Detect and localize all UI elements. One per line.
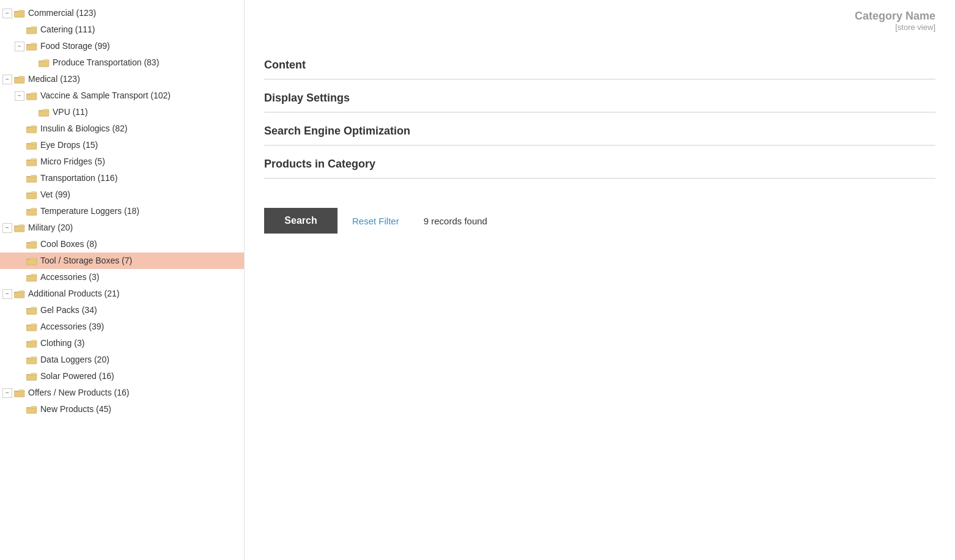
section-products-in-category[interactable]: Products in Category [264,146,935,179]
folder-icon [26,207,38,216]
tree-node-gel-packs[interactable]: Gel Packs (34) [0,302,244,319]
tree-node-micro-fridges[interactable]: Micro Fridges (5) [0,153,244,170]
folder-icon [38,58,50,68]
tree-node-insulin[interactable]: Insulin & Biologics (82) [0,120,244,137]
folder-icon [26,372,38,381]
tree-node-vpu[interactable]: VPU (11) [0,104,244,120]
tree-node-clothing[interactable]: Clothing (3) [0,335,244,352]
section-seo[interactable]: Search Engine Optimization [264,112,935,146]
tree-node-catering[interactable]: Catering (111) [0,21,244,38]
tree-node-additional-products[interactable]: − Additional Products (21) [0,286,244,302]
tree-toggle-button[interactable]: − [2,388,12,398]
tree-node-label: Data Loggers (20) [40,353,109,366]
tree-node-medical[interactable]: − Medical (123) [0,71,244,87]
tree-toggle-button[interactable]: − [2,289,12,299]
reset-filter-button[interactable]: Reset Filter [352,216,399,226]
right-panel: Category Name [store view] ContentDispla… [245,0,955,560]
tree-toggle-button[interactable]: − [2,223,12,233]
folder-icon [26,306,38,315]
tree-node-eyedrops[interactable]: Eye Drops (15) [0,137,244,153]
svg-rect-2 [26,44,37,50]
records-count: 9 [424,216,429,226]
tree-node-cool-boxes[interactable]: Cool Boxes (8) [0,236,244,252]
tree-node-label: New Products (45) [40,403,111,416]
tree-toggle-button[interactable]: − [2,75,12,84]
section-display-settings[interactable]: Display Settings [264,79,935,112]
svg-rect-17 [14,292,24,298]
tree-node-label: Cool Boxes (8) [40,238,97,251]
folder-icon [26,339,38,348]
records-label: records found [431,216,487,226]
folder-icon [26,25,38,35]
tree-node-data-loggers[interactable]: Data Loggers (20) [0,352,244,368]
section-content[interactable]: Content [264,46,935,79]
tree-node-label: Insulin & Biologics (82) [40,122,127,135]
tree-node-military[interactable]: − Military (20) [0,219,244,236]
folder-icon [13,9,26,18]
tree-node-solar-powered[interactable]: Solar Powered (16) [0,368,244,385]
folder-icon [38,108,50,117]
tree-toggle-button[interactable]: − [15,91,24,101]
folder-icon [26,91,38,101]
folder-icon [26,190,38,200]
tree-node-transportation[interactable]: Transportation (116) [0,170,244,186]
folder-icon [13,388,26,398]
tree-node-temp-loggers[interactable]: Temperature Loggers (18) [0,203,244,219]
svg-rect-19 [26,325,37,331]
section-header-content[interactable]: Content [264,46,935,79]
tree-node-label: Clothing (3) [40,337,84,350]
tree-node-vet[interactable]: Vet (99) [0,186,244,203]
tree-node-tool-storage[interactable]: Tool / Storage Boxes (7) [0,252,244,269]
tree-node-accessories-mil[interactable]: Accessories (3) [0,269,244,286]
header-text: Category Name [store view] [855,10,935,32]
tree-node-accessories-add[interactable]: Accessories (39) [0,319,244,335]
folder-icon [13,75,26,84]
tree-node-vaccine[interactable]: − Vaccine & Sample Transport (102) [0,87,244,104]
svg-rect-4 [14,77,24,83]
tree-node-label: Catering (111) [40,23,95,36]
folder-icon [26,322,38,332]
section-header-products-in-category[interactable]: Products in Category [264,146,935,178]
search-button[interactable]: Search [264,208,337,234]
tree-node-label: Accessories (39) [40,320,104,333]
tree-node-label: Offers / New Products (16) [28,386,129,399]
svg-rect-24 [26,407,37,413]
tree-node-commercial[interactable]: − Commercial (123) [0,5,244,21]
folder-icon [13,223,26,233]
section-header-seo[interactable]: Search Engine Optimization [264,112,935,145]
tree-toggle-button[interactable]: − [2,9,12,18]
tree-node-offers-new[interactable]: − Offers / New Products (16) [0,385,244,401]
folder-icon [26,124,38,134]
folder-icon [26,256,38,266]
svg-rect-0 [14,11,24,17]
folder-icon [26,355,38,365]
tree-node-produce-transport[interactable]: Produce Transportation (83) [0,54,244,71]
bottom-bar: Search Reset Filter 9 records found [264,198,935,234]
tree-node-label: Commercial (123) [28,7,96,20]
svg-rect-8 [26,143,37,149]
sections-container: ContentDisplay SettingsSearch Engine Opt… [264,46,935,179]
svg-rect-13 [14,226,24,232]
category-tree: − Commercial (123) Catering (111)− Food … [0,0,245,560]
folder-icon [26,141,38,150]
svg-rect-1 [26,28,37,34]
tree-node-new-products-sub[interactable]: New Products (45) [0,401,244,418]
folder-icon [26,240,38,249]
tree-toggle-button[interactable]: − [15,42,24,51]
section-header-display-settings[interactable]: Display Settings [264,79,935,112]
svg-rect-6 [39,110,49,116]
svg-rect-22 [26,374,37,380]
svg-rect-23 [14,391,24,397]
svg-rect-11 [26,193,37,199]
tree-node-label: Solar Powered (16) [40,370,114,383]
tree-node-label: Eye Drops (15) [40,139,98,152]
records-found-text: 9 records found [424,216,487,226]
folder-icon [26,42,38,51]
svg-rect-10 [26,176,37,182]
folder-icon [26,273,38,282]
section-divider-products-in-category [264,178,935,179]
tree-node-label: Transportation (116) [40,172,117,185]
tree-node-label: Accessories (3) [40,271,99,284]
tree-node-label: Tool / Storage Boxes (7) [40,254,132,267]
tree-node-food-storage[interactable]: − Food Storage (99) [0,38,244,54]
